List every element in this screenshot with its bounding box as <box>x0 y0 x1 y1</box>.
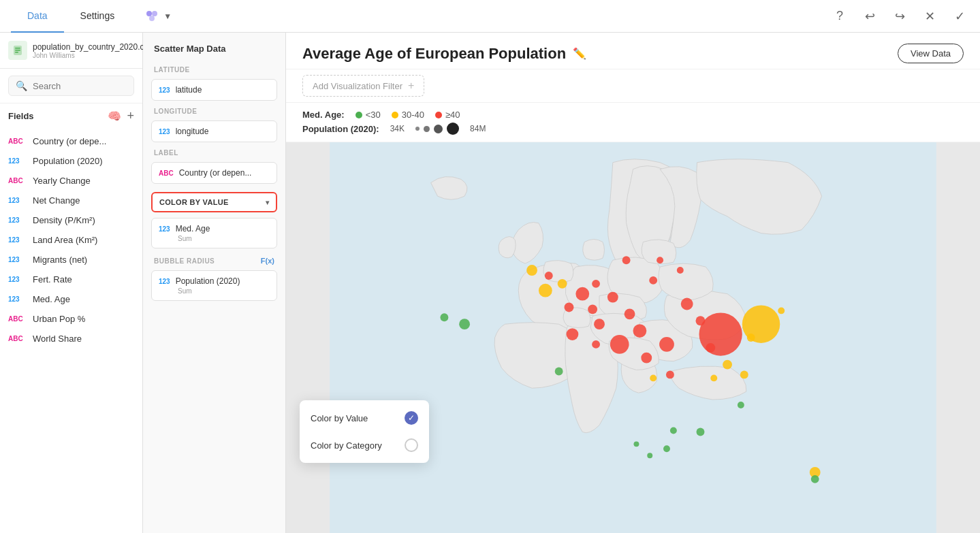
fx-button[interactable]: F(x) <box>261 257 274 265</box>
list-item[interactable]: ABC Country (or depe... <box>0 131 142 151</box>
check-empty-icon <box>405 438 418 452</box>
label-field[interactable]: ABC Country (or depen... <box>151 162 277 184</box>
svg-point-35 <box>723 360 732 370</box>
list-item[interactable]: 123 Land Area (Km²) <box>0 230 142 250</box>
svg-point-11 <box>681 298 693 310</box>
chevron-down-icon[interactable]: ▼ <box>163 12 172 21</box>
svg-point-50 <box>440 313 448 321</box>
svg-point-20 <box>567 328 579 340</box>
list-item[interactable]: 123 Med. Age <box>0 289 142 309</box>
svg-point-37 <box>747 334 755 342</box>
label-section-label: LABEL <box>143 145 285 159</box>
dot-yellow-icon <box>392 112 398 118</box>
longitude-field[interactable]: 123 longitude <box>151 120 277 142</box>
field-type-num: 123 <box>8 295 27 303</box>
field-type-num: 123 <box>8 276 27 283</box>
redo-icon[interactable]: ↪ <box>890 7 909 26</box>
legend-item-3040: 30-40 <box>392 110 424 120</box>
view-data-button[interactable]: View Data <box>898 44 964 63</box>
latitude-field[interactable]: 123 latitude <box>151 79 277 101</box>
svg-point-17 <box>594 319 605 329</box>
tab-settings[interactable]: Settings <box>64 0 131 33</box>
field-type-num: 123 <box>8 216 27 224</box>
svg-point-13 <box>610 335 629 354</box>
search-input[interactable] <box>33 81 147 91</box>
list-item[interactable]: ABC Yearly Change <box>0 171 142 191</box>
undo-icon[interactable]: ↩ <box>860 7 879 26</box>
dot-green-icon <box>355 112 362 118</box>
pop-dot-md-icon <box>424 126 430 132</box>
file-header: population_by_country_2020.csv John Will… <box>0 33 142 69</box>
svg-point-29 <box>545 272 553 280</box>
list-item[interactable]: 123 Density (P/Km²) <box>0 210 142 230</box>
list-item[interactable]: ABC Urban Pop % <box>0 309 142 329</box>
list-item[interactable]: 123 Migrants (net) <box>0 250 142 270</box>
field-type-num: 123 <box>8 197 27 204</box>
brain-icon[interactable]: 🧠 <box>108 110 121 123</box>
latitude-label: LATITUDE <box>143 62 285 76</box>
pop-dot-xl-icon <box>447 123 459 135</box>
list-item[interactable]: 123 Population (2020) <box>0 151 142 171</box>
med-age-legend: Med. Age: <30 30-40 ≥40 <box>302 110 964 120</box>
svg-point-48 <box>633 441 639 447</box>
legend-item-gte40: ≥40 <box>435 110 460 120</box>
svg-point-34 <box>558 279 567 289</box>
svg-point-30 <box>592 340 600 349</box>
svg-point-0 <box>146 11 152 16</box>
svg-point-24 <box>677 267 684 274</box>
field-name: Yearly Change <box>33 176 91 186</box>
svg-point-21 <box>592 280 600 288</box>
field-type-num: 123 <box>8 157 27 165</box>
svg-point-40 <box>778 307 785 314</box>
help-icon[interactable]: ? <box>830 7 849 26</box>
svg-point-1 <box>152 11 157 16</box>
population-field[interactable]: 123 Population (2020) Sum <box>151 270 277 301</box>
logo <box>144 9 159 24</box>
list-item[interactable]: ABC World Share <box>0 329 142 349</box>
confirm-icon[interactable]: ✓ <box>950 7 969 26</box>
fields-label: Fields <box>8 111 34 121</box>
filter-bar: Add Visualization Filter + <box>286 69 980 103</box>
close-icon[interactable]: ✕ <box>920 7 939 26</box>
field-name: Migrants (net) <box>33 255 87 265</box>
svg-point-9 <box>607 292 618 303</box>
field-name: Country (or depe... <box>33 136 106 146</box>
chart-title: Average Age of European Population <box>302 45 566 63</box>
add-filter-label: Add Visualization Filter <box>313 81 402 91</box>
list-item[interactable]: 123 Net Change <box>0 191 142 210</box>
svg-rect-6 <box>15 52 18 53</box>
svg-point-10 <box>649 276 657 285</box>
svg-rect-5 <box>15 50 20 51</box>
add-filter-button[interactable]: Add Visualization Filter + <box>302 75 424 97</box>
file-info: population_by_country_2020.csv John Will… <box>8 41 152 60</box>
pop-max-label: 84M <box>470 124 486 133</box>
tab-data[interactable]: Data <box>11 0 64 33</box>
field-type-num: 123 <box>8 236 27 244</box>
file-details: population_by_country_2020.csv John Will… <box>33 42 152 59</box>
svg-point-38 <box>650 374 657 381</box>
field-name: Land Area (Km²) <box>33 235 97 245</box>
svg-point-49 <box>647 453 652 458</box>
svg-point-33 <box>526 265 537 276</box>
search-box: 🔍 <box>8 76 134 96</box>
edit-title-icon[interactable]: ✏️ <box>573 47 586 60</box>
color-by-value-option[interactable]: Color by Value ✓ <box>300 404 429 432</box>
svg-point-47 <box>663 445 670 452</box>
bubble-radius-label: BUBBLE RADIUS <box>154 257 215 265</box>
tab-bar: Data Settings ▼ <box>11 0 172 33</box>
svg-point-43 <box>459 319 470 329</box>
color-by-label: COLOR BY VALUE <box>159 198 229 206</box>
list-item[interactable]: 123 Fert. Rate <box>0 270 142 289</box>
med-age-field[interactable]: 123 Med. Age Sum <box>151 218 277 248</box>
field-name: Population (2020) <box>33 156 103 166</box>
svg-point-39 <box>740 370 748 378</box>
svg-point-12 <box>633 324 647 338</box>
add-field-button[interactable]: + <box>127 109 134 123</box>
color-by-category-option[interactable]: Color by Category <box>300 432 429 459</box>
chevron-down-icon: ▾ <box>266 199 269 206</box>
search-icon: 🔍 <box>16 80 27 91</box>
color-by-value-button[interactable]: COLOR BY VALUE ▾ <box>151 192 277 212</box>
field-list: ABC Country (or depe... 123 Population (… <box>0 129 142 533</box>
europe-map <box>286 142 980 533</box>
svg-point-32 <box>539 284 552 297</box>
